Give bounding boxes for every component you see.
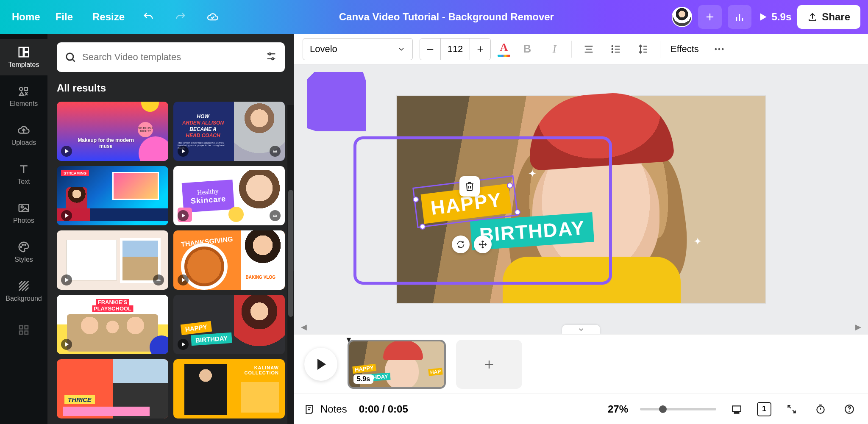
play-icon — [61, 339, 72, 350]
svg-line-25 — [25, 288, 29, 291]
spacing-button[interactable] — [633, 39, 653, 59]
play-icon — [61, 274, 72, 285]
increase-size-button[interactable]: + — [470, 39, 490, 60]
bold-button[interactable]: B — [517, 39, 537, 59]
list-button[interactable] — [606, 39, 626, 59]
svg-rect-26 — [19, 326, 23, 329]
template-card[interactable]: THANKSGIVINGBAKING VLOG — [173, 230, 285, 290]
footer-bar: Notes 0:00 / 0:05 27% 1 — [294, 394, 868, 424]
align-button[interactable] — [579, 39, 599, 59]
insights-button[interactable] — [728, 5, 751, 29]
preview-button[interactable]: 5.9s — [757, 11, 792, 23]
document-title[interactable]: Canva Video Tutorial - Background Remove… — [233, 11, 660, 23]
play-icon — [757, 11, 768, 22]
svg-rect-28 — [19, 331, 23, 335]
crown-icon — [270, 146, 281, 157]
template-card[interactable]: THRICE — [57, 359, 168, 418]
svg-line-31 — [72, 59, 75, 62]
timeline-clip[interactable]: HAPPY IRTHDAY HAP 5.9s — [348, 340, 446, 389]
timer-icon — [815, 404, 826, 415]
template-card[interactable]: HAPPYBIRTHDAY — [173, 295, 285, 354]
help-button[interactable] — [841, 401, 858, 418]
notes-icon — [304, 404, 315, 415]
fullscreen-button[interactable] — [783, 401, 800, 418]
sparkle-icon: ✦ — [693, 236, 702, 247]
editor: Lovelo – + A B I Effect — [294, 34, 868, 424]
redo-button[interactable] — [172, 8, 189, 25]
search-box[interactable] — [57, 42, 285, 72]
chevron-down-icon — [577, 326, 585, 333]
spacing-icon — [637, 43, 649, 55]
add-clip-button[interactable]: ＋ — [456, 340, 522, 389]
sidenav-text[interactable]: Text — [0, 156, 47, 192]
home-label: Home — [12, 11, 40, 23]
timeline-expand-button[interactable] — [562, 325, 600, 334]
svg-point-20 — [25, 244, 26, 246]
sidenav-background[interactable]: Background — [0, 273, 47, 309]
timer-button[interactable] — [812, 401, 829, 418]
add-member-button[interactable] — [698, 5, 722, 29]
svg-point-17 — [21, 206, 23, 208]
sidenav-styles[interactable]: Styles — [0, 234, 47, 270]
avatar[interactable] — [672, 7, 692, 27]
stage[interactable]: ✦ ✦ BIRTHDAY HAPPY ◀ — [294, 64, 868, 334]
align-icon — [583, 43, 595, 55]
sidenav-more[interactable] — [0, 312, 47, 348]
svg-point-18 — [21, 247, 22, 248]
template-card[interactable]: HealthySkincare — [173, 166, 285, 225]
redo-icon — [175, 11, 186, 23]
file-menu[interactable]: File — [56, 11, 73, 23]
svg-point-50 — [722, 48, 724, 50]
grid-icon — [17, 324, 30, 336]
sidenav-templates[interactable]: Templates — [0, 39, 47, 75]
zoom-slider[interactable] — [640, 408, 716, 410]
scroll-right[interactable]: ▶ — [855, 322, 861, 332]
effects-button[interactable]: Effects — [667, 44, 702, 55]
svg-point-33 — [269, 53, 271, 55]
undo-icon — [142, 11, 154, 23]
svg-rect-9 — [24, 53, 28, 57]
resize-menu[interactable]: Resize — [88, 11, 125, 23]
svg-line-24 — [19, 281, 22, 285]
template-card[interactable]: DO BLUSH RIGHT?Makeup for the modern mus… — [57, 102, 168, 161]
decrease-size-button[interactable]: – — [420, 39, 440, 60]
template-card[interactable]: I saidyes — [57, 230, 168, 290]
play-icon — [178, 146, 189, 157]
home-button[interactable]: Home — [8, 11, 40, 23]
play-icon — [61, 210, 72, 221]
svg-line-22 — [19, 281, 25, 288]
template-card[interactable]: HOWARDEN ALLISONBECAME AHEAD COACHThe fo… — [173, 102, 285, 161]
template-card[interactable]: STREAMING — [57, 166, 168, 225]
filter-button[interactable] — [265, 50, 277, 64]
share-button[interactable]: Share — [797, 5, 860, 29]
notes-button[interactable]: Notes — [304, 403, 347, 415]
page-indicator[interactable]: 1 — [757, 402, 771, 416]
sidenav-photos[interactable]: Photos — [0, 195, 47, 231]
template-card[interactable]: FRANKIE'SPLAYSCHOOL — [57, 295, 168, 354]
templates-panel: All results DO BLUSH RIGHT?Makeup for th… — [47, 34, 294, 424]
font-color-button[interactable]: A — [498, 41, 510, 57]
scroll-left[interactable]: ◀ — [301, 322, 307, 332]
cloud-upload-icon — [17, 124, 30, 136]
cloud-sync-button[interactable] — [204, 8, 221, 25]
font-select[interactable]: Lovelo — [303, 38, 413, 60]
play-button[interactable] — [304, 348, 337, 381]
font-size-group: – + — [420, 38, 491, 60]
svg-point-41 — [612, 51, 613, 52]
svg-point-19 — [22, 244, 23, 246]
sidenav-elements[interactable]: Elements — [0, 78, 47, 114]
svg-point-58 — [817, 406, 824, 413]
plus-icon — [704, 11, 716, 23]
italic-button[interactable]: I — [544, 39, 565, 59]
undo-button[interactable] — [140, 8, 157, 25]
svg-point-48 — [715, 48, 717, 50]
search-input[interactable] — [82, 52, 259, 63]
sidenav-uploads[interactable]: Uploads — [0, 117, 47, 153]
side-nav: Templates Elements Uploads Text Photos S… — [0, 34, 47, 424]
thumbnail-view-button[interactable] — [728, 401, 745, 418]
template-card[interactable]: KALINAWCOLLECTION — [173, 359, 285, 418]
more-button[interactable] — [709, 39, 729, 59]
font-size-input[interactable] — [440, 39, 470, 60]
svg-rect-55 — [734, 412, 739, 413]
zoom-value: 27% — [608, 403, 628, 415]
